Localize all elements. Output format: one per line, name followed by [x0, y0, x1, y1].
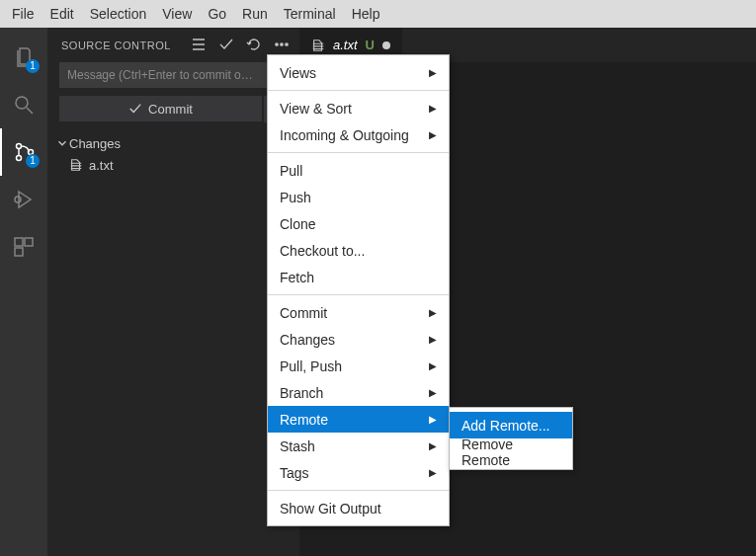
commit-button-label: Commit	[148, 102, 193, 117]
menu-separator	[268, 294, 449, 295]
commit-message-input[interactable]	[59, 62, 288, 88]
menu-item-label: Pull, Push	[280, 358, 342, 374]
sidebar-title: SOURCE CONTROL	[61, 40, 191, 51]
menu-separator	[268, 152, 449, 153]
submenu-arrow-icon: ▶	[429, 440, 437, 451]
menu-item-clone[interactable]: Clone	[268, 210, 449, 237]
svg-rect-5	[15, 238, 23, 246]
sidebar-header: SOURCE CONTROL	[47, 28, 299, 62]
menu-item-label: Pull	[280, 163, 302, 179]
submenu-item-label: Add Remote...	[462, 418, 550, 434]
more-actions-icon[interactable]	[274, 37, 290, 54]
file-name: a.txt	[89, 158, 114, 173]
svg-point-1	[17, 144, 22, 149]
menu-item-label: Remote	[280, 412, 328, 428]
scm-badge: 1	[26, 154, 40, 168]
menu-item-label: Commit	[280, 305, 327, 321]
file-icon	[69, 158, 83, 172]
menu-item-label: Show Git Output	[280, 501, 381, 516]
menu-item-view-sort[interactable]: View & Sort▶	[268, 95, 449, 121]
menu-item-stash[interactable]: Stash▶	[268, 433, 449, 459]
menu-separator	[268, 490, 449, 491]
changes-tree: Changes a.txt	[47, 130, 299, 178]
menu-item-label: Fetch	[280, 270, 314, 285]
search-icon	[12, 93, 36, 117]
extensions-icon	[12, 235, 36, 259]
menu-item-push[interactable]: Push	[268, 184, 449, 210]
chevron-down-icon	[55, 136, 69, 150]
menu-item-label: Incoming & Outgoing	[280, 127, 409, 143]
submenu-arrow-icon: ▶	[429, 67, 437, 78]
menu-run[interactable]: Run	[234, 3, 276, 25]
activity-debug[interactable]	[0, 176, 47, 223]
menu-item-fetch[interactable]: Fetch	[268, 264, 449, 290]
submenu-arrow-icon: ▶	[429, 129, 437, 140]
menu-item-label: View & Sort	[280, 101, 352, 117]
menu-go[interactable]: Go	[200, 3, 234, 25]
debug-icon	[12, 188, 36, 211]
menu-item-pull-push[interactable]: Pull, Push▶	[268, 353, 449, 379]
submenu-item-add-remote-[interactable]: Add Remote...	[450, 412, 572, 438]
menu-item-incoming-outgoing[interactable]: Incoming & Outgoing▶	[268, 121, 449, 148]
submenu-arrow-icon: ▶	[429, 307, 437, 318]
activity-search[interactable]	[0, 81, 47, 128]
menu-item-label: Stash	[280, 438, 315, 454]
svg-point-9	[281, 42, 283, 44]
menu-item-views[interactable]: Views▶	[268, 59, 449, 86]
menu-item-checkout-to-[interactable]: Checkout to...	[268, 237, 449, 264]
menu-item-label: Clone	[280, 216, 316, 232]
menu-item-label: Push	[280, 190, 311, 205]
tab-filename: a.txt	[333, 38, 358, 52]
submenu-item-label: Remove Remote	[462, 437, 560, 468]
menu-item-label: Branch	[280, 385, 323, 401]
menu-terminal[interactable]: Terminal	[276, 3, 344, 25]
menu-item-branch[interactable]: Branch▶	[268, 379, 449, 406]
svg-point-0	[16, 97, 28, 109]
menu-edit[interactable]: Edit	[42, 3, 82, 25]
changed-file[interactable]: a.txt	[47, 154, 299, 176]
menu-file[interactable]: File	[4, 3, 42, 25]
remote-submenu: Add Remote...Remove Remote	[449, 407, 573, 470]
submenu-arrow-icon: ▶	[429, 334, 437, 345]
view-as-tree-icon[interactable]	[191, 37, 207, 54]
menu-item-label: Tags	[280, 465, 309, 481]
explorer-badge: 1	[26, 59, 40, 73]
sidebar: SOURCE CONTROL Commit	[47, 28, 299, 556]
submenu-arrow-icon: ▶	[429, 103, 437, 114]
menubar: File Edit Selection View Go Run Terminal…	[0, 0, 756, 28]
menu-item-commit[interactable]: Commit▶	[268, 299, 449, 326]
svg-rect-7	[15, 248, 23, 256]
activity-explorer[interactable]: 1	[0, 34, 47, 81]
svg-point-2	[17, 156, 22, 161]
submenu-item-remove-remote[interactable]: Remove Remote	[450, 438, 572, 465]
changes-label: Changes	[69, 136, 121, 151]
menu-separator	[268, 90, 449, 91]
commit-button[interactable]: Commit	[59, 96, 262, 121]
menu-selection[interactable]: Selection	[82, 3, 155, 25]
submenu-arrow-icon: ▶	[429, 387, 437, 398]
check-icon	[128, 102, 142, 116]
activity-bar: 1 1	[0, 28, 47, 556]
menu-item-label: Views	[280, 65, 316, 81]
svg-point-8	[276, 42, 278, 44]
menu-item-tags[interactable]: Tags▶	[268, 459, 449, 486]
menu-help[interactable]: Help	[344, 3, 388, 25]
tab-git-status: U	[366, 38, 375, 52]
menu-item-label: Changes	[280, 332, 335, 348]
commit-check-icon[interactable]	[218, 37, 234, 54]
svg-rect-6	[25, 238, 33, 246]
activity-extensions[interactable]	[0, 223, 47, 271]
file-icon	[311, 39, 325, 52]
menu-item-changes[interactable]: Changes▶	[268, 326, 449, 353]
menu-item-remote[interactable]: Remote▶	[268, 406, 449, 433]
menu-item-pull[interactable]: Pull	[268, 157, 449, 184]
changes-section[interactable]: Changes	[47, 132, 299, 154]
svg-point-10	[286, 42, 288, 44]
menu-item-show-git-output[interactable]: Show Git Output	[268, 495, 449, 521]
activity-source-control[interactable]: 1	[0, 128, 47, 176]
menu-view[interactable]: View	[154, 3, 200, 25]
tab-dirty-indicator	[382, 41, 390, 49]
menu-item-label: Checkout to...	[280, 243, 365, 259]
refresh-icon[interactable]	[246, 37, 262, 54]
svg-point-4	[15, 197, 21, 202]
